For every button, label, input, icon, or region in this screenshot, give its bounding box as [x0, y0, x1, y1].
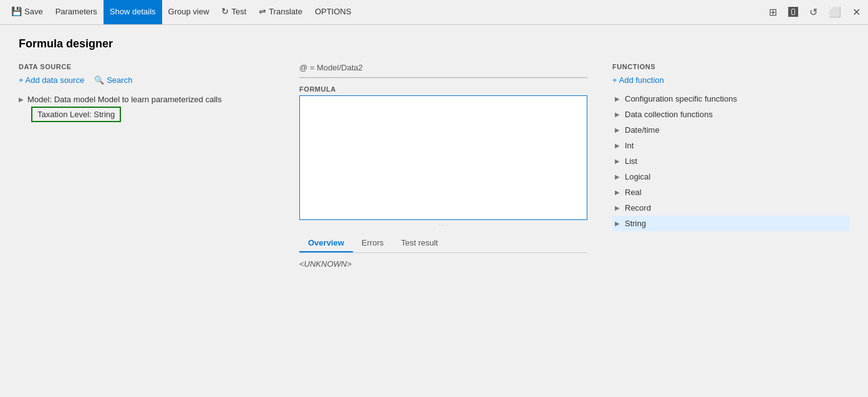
add-function-label: + Add function [612, 75, 664, 85]
tree-item-model[interactable]: ▶ Model: Data model Model to learn param… [19, 92, 274, 107]
function-item-config-label: Configuration specific functions [625, 94, 737, 103]
resize-handle[interactable]: · · · [299, 222, 587, 229]
toolbar-translate-label: Translate [269, 7, 302, 16]
function-item-int-label: Int [625, 141, 634, 150]
functions-header: FUNCTIONS [612, 63, 849, 70]
toolbar-parameters[interactable]: Parameters [49, 0, 104, 24]
left-panel: DATA SOURCE + Add data source 🔍 Search ▶… [19, 63, 287, 385]
function-item-string[interactable]: ▶ String [612, 216, 849, 231]
chevron-right-icon: ▶ [615, 95, 620, 102]
reset-icon[interactable]: ↺ [807, 4, 820, 21]
add-data-source-button[interactable]: + Add data source [19, 75, 84, 85]
search-button[interactable]: 🔍 Search [94, 75, 132, 85]
refresh-icon: ↻ [221, 6, 229, 16]
selected-item-label: Taxation Level: String [37, 110, 115, 119]
tab-overview[interactable]: Overview [299, 234, 353, 252]
tab-test-result-label: Test result [401, 238, 438, 247]
function-item-real[interactable]: ▶ Real [612, 184, 849, 200]
add-function-button[interactable]: + Add function [612, 75, 849, 85]
toolbar-show-details-label: Show details [110, 7, 156, 16]
tab-test-result[interactable]: Test result [392, 234, 446, 252]
maximize-icon[interactable]: ⬜ [826, 4, 844, 21]
formula-label: FORMULA [299, 85, 587, 93]
function-item-datetime[interactable]: ▶ Date/time [612, 122, 849, 138]
toolbar: 💾 Save Parameters Show details Group vie… [0, 0, 868, 25]
toolbar-test-label: Test [231, 7, 246, 16]
function-item-data-collection[interactable]: ▶ Data collection functions [612, 107, 849, 122]
grid-icon[interactable]: ⊞ [766, 4, 779, 21]
selected-tree-item[interactable]: Taxation Level: String [31, 107, 121, 122]
middle-panel: @ = Model/Data2 FORMULA · · · Overview E… [287, 63, 600, 385]
toolbar-save-label: Save [24, 7, 43, 16]
chevron-right-icon: ▶ [615, 158, 620, 165]
data-source-label: DATA SOURCE [19, 63, 274, 70]
formula-ref-text: @ = Model/Data2 [299, 63, 587, 72]
formula-ref: @ = Model/Data2 [299, 63, 587, 78]
add-data-source-label: + Add data source [19, 75, 84, 85]
toolbar-right-icons: ⊞ 🅾 ↺ ⬜ ✕ [766, 4, 863, 21]
toolbar-test[interactable]: ↻ Test [215, 0, 253, 24]
translate-icon: ⇌ [259, 6, 266, 16]
office-icon[interactable]: 🅾 [786, 4, 801, 21]
chevron-right-icon: ▶ [615, 173, 620, 180]
function-item-data-collection-label: Data collection functions [625, 110, 713, 119]
toolbar-options-label: OPTIONS [315, 7, 352, 16]
search-label: Search [107, 75, 132, 85]
function-item-logical[interactable]: ▶ Logical [612, 169, 849, 184]
tab-overview-content: <UNKNOWN> [299, 253, 587, 275]
function-item-string-label: String [625, 219, 646, 228]
page-title: Formula designer [19, 37, 849, 50]
function-item-list-label: List [625, 156, 637, 166]
save-icon: 💾 [11, 6, 22, 16]
right-panel: FUNCTIONS + Add function ▶ Configuration… [600, 63, 849, 385]
chevron-right-icon: ▶ [615, 204, 620, 211]
chevron-right-icon: ▶ [19, 96, 24, 103]
tab-content-text: <UNKNOWN> [299, 259, 352, 269]
close-icon[interactable]: ✕ [850, 4, 863, 21]
function-item-int[interactable]: ▶ Int [612, 138, 849, 153]
chevron-right-icon: ▶ [615, 189, 620, 196]
search-icon: 🔍 [94, 75, 104, 85]
tab-errors-label: Errors [362, 238, 383, 247]
function-item-logical-label: Logical [625, 172, 650, 181]
toolbar-options[interactable]: OPTIONS [309, 0, 358, 24]
main-content: Formula designer DATA SOURCE + Add data … [0, 25, 868, 397]
function-item-config-specific[interactable]: ▶ Configuration specific functions [612, 91, 849, 107]
toolbar-parameters-label: Parameters [55, 7, 97, 16]
three-col-layout: DATA SOURCE + Add data source 🔍 Search ▶… [19, 63, 849, 385]
function-item-real-label: Real [625, 188, 642, 197]
chevron-right-icon: ▶ [615, 220, 620, 227]
data-source-actions: + Add data source 🔍 Search [19, 75, 274, 85]
toolbar-show-details[interactable]: Show details [104, 0, 162, 24]
toolbar-save[interactable]: 💾 Save [5, 0, 49, 24]
chevron-right-icon: ▶ [615, 127, 620, 133]
toolbar-translate[interactable]: ⇌ Translate [253, 0, 309, 24]
toolbar-group-view[interactable]: Group view [162, 0, 216, 24]
tab-errors[interactable]: Errors [353, 234, 392, 252]
function-item-record-label: Record [625, 203, 651, 213]
function-item-record[interactable]: ▶ Record [612, 200, 849, 216]
function-item-list[interactable]: ▶ List [612, 153, 849, 169]
chevron-right-icon: ▶ [615, 111, 620, 118]
function-item-datetime-label: Date/time [625, 125, 660, 135]
chevron-right-icon: ▶ [615, 142, 620, 149]
formula-input[interactable] [299, 95, 587, 220]
tab-overview-label: Overview [308, 238, 344, 247]
toolbar-group-view-label: Group view [168, 7, 210, 16]
tree-item-model-label: Model: Data model Model to learn paramet… [27, 95, 221, 104]
tabs-row: Overview Errors Test result [299, 234, 587, 253]
